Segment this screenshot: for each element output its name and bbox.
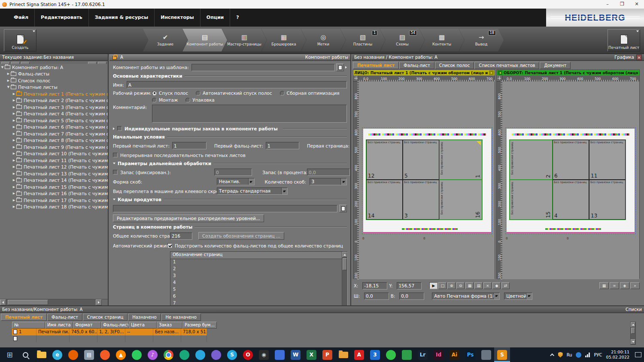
file-explorer-icon[interactable]	[33, 347, 49, 362]
radio-icon[interactable]	[152, 91, 157, 96]
template-browse-button[interactable]	[336, 63, 344, 71]
green-app-icon[interactable]	[399, 347, 415, 362]
column-header[interactable]: Заказ	[157, 322, 182, 329]
table-row[interactable]	[12, 335, 207, 342]
radio-icon[interactable]	[152, 98, 157, 103]
workflow-step[interactable]: ▩ Контенты	[419, 29, 464, 51]
workflow-step[interactable]: ▥ Мастер-страницы	[222, 29, 267, 51]
radio-icon[interactable]	[196, 91, 200, 96]
margin-fixed-checkbox[interactable]	[113, 170, 118, 175]
page-cell[interactable]: Без привязки страниц 16	[439, 180, 482, 220]
language-badge[interactable]: Ru	[567, 353, 572, 357]
excel-icon[interactable]: X	[304, 347, 319, 362]
x-coordinate-input[interactable]	[362, 282, 387, 290]
previous-sheet-button[interactable]	[498, 70, 502, 75]
close-button[interactable]: ✕	[629, 0, 644, 9]
work-mode-radio[interactable]: Монтаж	[152, 97, 178, 103]
radio-icon[interactable]	[280, 91, 285, 96]
zoom-out-tool-button[interactable]: ⊖	[456, 282, 465, 289]
meet-icon[interactable]	[176, 347, 192, 362]
tree-item[interactable]: ▶ Печатный лист 18 (Печать с чужим оборо…	[0, 204, 108, 211]
expand-arrow-icon[interactable]: ▼	[6, 85, 11, 89]
green-circle-icon[interactable]	[383, 347, 399, 362]
expand-arrow-icon[interactable]: ▶	[6, 79, 11, 82]
expand-arrow-icon[interactable]: ▶	[12, 178, 16, 182]
tree-item[interactable]: ▶ Печатный лист 2 (Печать с чужим оборот…	[0, 97, 108, 104]
tree-item[interactable]: ▶ Печатный лист 15 (Печать с чужим оборо…	[0, 184, 108, 190]
tree-item[interactable]: ▶ Список полос	[0, 77, 108, 84]
tree-item[interactable]: ▶ Печатный лист 13 (Печать с чужим оборо…	[0, 170, 108, 177]
start-button[interactable]: ⊞	[2, 347, 18, 362]
snap-button[interactable]: ◈	[620, 282, 629, 289]
scroll-down-button[interactable]	[631, 339, 635, 344]
back-sheet[interactable]: Без привязки страниц 2 Без привязки стра…	[507, 129, 635, 233]
lists-tab[interactable]: Назначено	[128, 314, 161, 321]
defender-icon[interactable]	[558, 352, 563, 358]
column-header[interactable]: Размер бум...	[182, 322, 217, 329]
page-label-row[interactable]: 6	[170, 293, 347, 300]
lists-tab[interactable]: Не назначено	[161, 314, 201, 321]
orange-folder-icon[interactable]	[335, 347, 351, 362]
acrobat-icon[interactable]: A	[351, 347, 367, 362]
expand-arrow-icon[interactable]: ▶	[6, 72, 11, 75]
workflow-step[interactable]: ✔ Задание	[143, 29, 188, 51]
individual-params-checkbox[interactable]	[117, 126, 122, 131]
tree-item[interactable]: ▼ Печатные листы	[0, 84, 108, 91]
brave-icon[interactable]	[97, 347, 113, 362]
expand-arrow-icon[interactable]: ▶	[12, 125, 16, 129]
link-views-button[interactable]: ∞	[610, 282, 619, 289]
app3-icon[interactable]: 3	[367, 347, 383, 362]
radio-icon[interactable]	[185, 98, 190, 103]
dropper-tool-button[interactable]: ◆	[492, 282, 501, 289]
page-cell[interactable]: Без привязки страниц 15	[510, 180, 553, 220]
expand-arrow-icon[interactable]: ▶	[12, 199, 16, 202]
network-icon[interactable]	[585, 352, 590, 357]
expand-arrow-icon[interactable]: ▶	[12, 106, 16, 109]
product-codes-edit-button[interactable]	[339, 205, 347, 212]
expand-arrow-icon[interactable]: ▶	[12, 165, 16, 169]
tree-item[interactable]: ▶ Печатный лист 6 (Печать с чужим оборот…	[0, 124, 108, 131]
page-cell[interactable]: Без привязки страниц 13	[589, 180, 626, 220]
expand-arrow-icon[interactable]: ▶	[12, 119, 16, 122]
expand-arrow-icon[interactable]: ▶	[12, 92, 16, 96]
tree-item[interactable]: ▶ Печатный лист 5 (Печать с чужим оборот…	[0, 117, 108, 124]
tree-item[interactable]: ▶ Печатный лист 4 (Печать с чужим оборот…	[0, 111, 108, 118]
tree-item[interactable]: ▶ Печатный лист 3 (Печать с чужим оборот…	[0, 104, 108, 111]
column-header[interactable]: Формат	[73, 322, 101, 329]
expand-arrow-icon[interactable]: ▶	[12, 185, 16, 189]
select-tool-button[interactable]: ▶	[429, 282, 437, 289]
taskbar-clock[interactable]: 21:00:11 05.02.2022	[606, 350, 629, 360]
paint-icon[interactable]	[272, 347, 288, 362]
photoshop-icon[interactable]: Ps	[462, 347, 478, 362]
first-fold-input[interactable]	[266, 142, 299, 149]
front-sheet[interactable]: Без привязки страниц 12 Без привязки стр…	[363, 129, 491, 233]
page-cell[interactable]: Без привязки страниц 2	[510, 140, 553, 180]
workflow-step[interactable]: ◎ Метки	[301, 29, 346, 51]
search-icon[interactable]	[18, 347, 33, 362]
next-sheet-button[interactable]	[489, 70, 494, 75]
opera-icon[interactable]: O	[240, 347, 256, 362]
page-cell[interactable]: Без привязки страниц 14	[366, 180, 403, 220]
width-input[interactable]	[364, 293, 389, 300]
page-label-row[interactable]: 1	[170, 259, 347, 266]
expand-arrow-icon[interactable]: ▶	[12, 112, 16, 115]
page-cell[interactable]: Без привязки страниц 12	[366, 140, 403, 180]
vlc-icon[interactable]: ▲	[113, 347, 129, 362]
expand-arrow-icon[interactable]: ▶	[12, 145, 16, 149]
expand-arrow-icon[interactable]: ▶	[12, 99, 16, 102]
indesign-icon[interactable]: Id	[431, 347, 447, 362]
menu-item[interactable]: Редактировать	[34, 9, 88, 27]
notification-center-icon[interactable]	[635, 352, 641, 357]
scroll-right-button[interactable]	[96, 299, 102, 305]
height-input[interactable]	[399, 293, 424, 300]
tray-app-icon[interactable]	[576, 352, 581, 358]
tray-chevron-icon[interactable]	[550, 353, 554, 357]
create-button[interactable]: Создать	[4, 29, 36, 51]
collapse-arrow-icon[interactable]	[113, 127, 115, 130]
expand-arrow-icon[interactable]: ▼	[0, 66, 5, 69]
scroll-thumb[interactable]	[343, 258, 347, 270]
tree-item[interactable]: ▶ Фальц-листы	[0, 71, 108, 78]
utility-icon[interactable]	[478, 347, 494, 362]
column-header[interactable]: Фальц-лист	[101, 322, 129, 329]
viber-icon[interactable]	[208, 347, 224, 362]
